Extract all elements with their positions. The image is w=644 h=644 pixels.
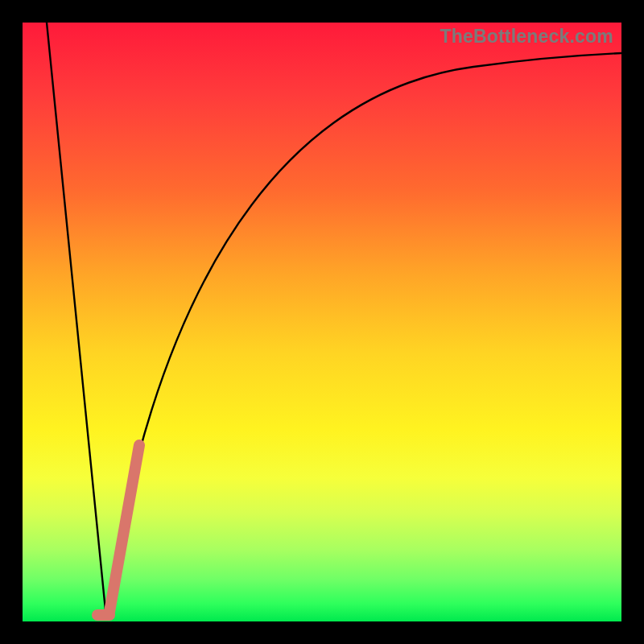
curve-right-branch — [106, 53, 621, 618]
chart-frame: TheBottleneck.com — [0, 0, 644, 644]
plot-area: TheBottleneck.com — [23, 23, 621, 621]
curve-layer — [23, 23, 621, 621]
curve-left-branch — [47, 23, 106, 618]
highlight-segment — [109, 445, 139, 612]
